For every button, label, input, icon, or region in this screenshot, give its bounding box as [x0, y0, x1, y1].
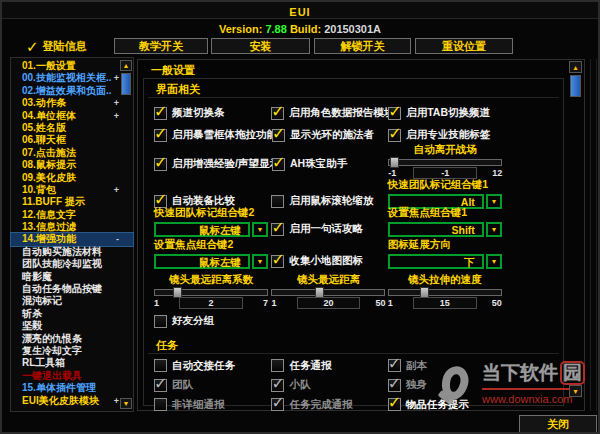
checkbox[interactable]: [154, 398, 167, 411]
dropdown[interactable]: 下: [388, 254, 484, 269]
sidebar-item[interactable]: 坚毅: [11, 320, 133, 332]
checkbox[interactable]: ✓: [388, 398, 401, 411]
sidebar-item[interactable]: 14.增强功能-: [11, 233, 133, 245]
sidebar-scrollbar-thumb[interactable]: [121, 73, 131, 95]
checkbox[interactable]: [271, 195, 284, 208]
checkbox[interactable]: ✓: [271, 379, 284, 392]
checkbox-item[interactable]: ✓副本: [388, 359, 561, 376]
checkbox-item[interactable]: ✓启用增强经验/声望显示: [154, 157, 272, 181]
slider-track[interactable]: [388, 289, 502, 296]
sidebar-item[interactable]: RL工具箱: [11, 357, 133, 369]
toolbar-button-4[interactable]: 重设位置: [415, 38, 513, 54]
checkbox-item[interactable]: ✓团队: [154, 378, 271, 395]
chevron-down-icon[interactable]: ▼: [252, 222, 268, 237]
checkbox[interactable]: ✓: [271, 255, 284, 268]
checkbox[interactable]: ✓: [154, 379, 167, 392]
sidebar-item[interactable]: 11.BUFF 提示: [11, 196, 133, 208]
checkbox[interactable]: [154, 315, 167, 328]
login-info-checkbox[interactable]: ✓ 登陆信息: [26, 39, 87, 54]
checkbox-item[interactable]: ✓小队: [271, 378, 387, 395]
dropdown[interactable]: 鼠标左键: [154, 222, 250, 237]
checkbox[interactable]: ✓: [154, 129, 167, 142]
main-scrollbar-thumb[interactable]: [570, 75, 581, 97]
dropdown[interactable]: Shift: [388, 222, 484, 237]
checkbox[interactable]: ✓: [388, 379, 401, 392]
slider-track[interactable]: [271, 289, 385, 296]
expand-icon[interactable]: +: [114, 110, 119, 122]
collapse-icon[interactable]: -: [116, 233, 119, 245]
main-scroll-down-icon[interactable]: ▼: [569, 385, 582, 397]
checkbox-item[interactable]: ✓任务完成通报: [271, 398, 387, 415]
sidebar-item[interactable]: 漂亮的仇恨条: [11, 333, 133, 345]
sidebar-item[interactable]: 03.动作条+: [11, 97, 133, 109]
checkbox[interactable]: ✓: [154, 107, 167, 120]
checkbox[interactable]: [154, 359, 167, 372]
checkbox[interactable]: ✓: [388, 359, 401, 372]
sidebar-item[interactable]: 02.增益效果和负面..: [11, 85, 133, 97]
sidebar-item[interactable]: 暗影魔: [11, 271, 133, 283]
checkbox-item[interactable]: ✓频道切换条: [154, 106, 271, 123]
sidebar-item[interactable]: 09.美化皮肤: [11, 172, 133, 184]
expand-icon[interactable]: +: [114, 97, 119, 109]
checkbox[interactable]: [271, 359, 284, 372]
checkbox-item[interactable]: 任务通报: [271, 359, 387, 376]
sidebar-item[interactable]: 05.姓名版: [11, 122, 133, 134]
slider-track[interactable]: [154, 289, 268, 296]
expand-icon[interactable]: +: [114, 72, 119, 84]
toolbar-button-2[interactable]: 安装: [211, 38, 310, 54]
sidebar-item[interactable]: 08.鼠标提示: [11, 159, 133, 171]
chevron-down-icon[interactable]: ▼: [252, 254, 268, 269]
sidebar-item[interactable]: 04.单位框体+: [11, 110, 133, 122]
sidebar-item[interactable]: 自动购买施法材料: [11, 246, 133, 258]
checkbox[interactable]: ✓: [388, 129, 401, 142]
sidebar-item[interactable]: 一键退出载具: [11, 370, 133, 382]
checkbox[interactable]: ✓: [271, 398, 284, 411]
checkbox-item[interactable]: 好友分组: [154, 314, 272, 331]
checkbox-item[interactable]: ✓启用角色数据报告模块: [271, 106, 388, 123]
close-button[interactable]: 关闭: [519, 415, 597, 433]
sidebar-item[interactable]: 自动任务物品按键: [11, 283, 133, 295]
checkbox-item[interactable]: ✓独身: [388, 378, 561, 395]
checkbox[interactable]: ✓: [271, 107, 284, 120]
sidebar-item[interactable]: EUI美化皮肤模块+: [11, 395, 133, 407]
sidebar-item[interactable]: 混沌标记: [11, 295, 133, 307]
expand-icon[interactable]: +: [114, 184, 119, 196]
sidebar-item[interactable]: 00.技能监视相关框..+: [11, 72, 133, 84]
sidebar-item[interactable]: 06.聊天框: [11, 134, 133, 146]
checkbox-item[interactable]: 启用鼠标滚轮缩放: [271, 194, 387, 211]
checkbox[interactable]: ✓: [154, 158, 167, 171]
sidebar-item[interactable]: 10.背包+: [11, 184, 133, 196]
sidebar-item[interactable]: 15.单体插件管理: [11, 382, 133, 394]
checkbox-item[interactable]: ✓显示光环的施法者: [272, 128, 388, 145]
chevron-down-icon[interactable]: ▼: [486, 254, 502, 269]
chevron-down-icon[interactable]: ▼: [486, 222, 502, 237]
checkbox-item[interactable]: ✓启用TAB切换频道: [388, 106, 561, 123]
main-scroll-up-icon[interactable]: ▲: [569, 61, 582, 73]
dropdown-field: 图标延展方向下▼: [388, 238, 561, 271]
checkbox-item[interactable]: ✓收集小地图图标: [271, 254, 387, 271]
sidebar-item[interactable]: 12.信息文字: [11, 209, 133, 221]
toolbar-button-1[interactable]: 教学开关: [114, 38, 208, 54]
slider-track[interactable]: [388, 159, 502, 166]
sidebar-scroll-down-icon[interactable]: ▼: [120, 398, 132, 409]
checkbox-item[interactable]: 非详细通报: [154, 398, 271, 415]
checkbox[interactable]: ✓: [272, 129, 285, 142]
sidebar-item[interactable]: 复生冷却文字: [11, 345, 133, 357]
checkbox-item[interactable]: ✓启用暴雪框体拖拉功能: [154, 128, 272, 145]
sidebar-item[interactable]: 01.一般设置: [11, 60, 133, 72]
checkbox-item[interactable]: 自动交接任务: [154, 359, 271, 376]
expand-icon[interactable]: +: [114, 395, 119, 407]
sidebar-item[interactable]: 07.点击施法: [11, 147, 133, 159]
sidebar-scroll-up-icon[interactable]: ▲: [120, 60, 132, 71]
dropdown[interactable]: 鼠标左键: [154, 254, 250, 269]
checkbox[interactable]: ✓: [271, 223, 284, 236]
checkbox-item[interactable]: ✓物品任务提示: [388, 398, 561, 415]
sidebar-item[interactable]: 斩杀: [11, 308, 133, 320]
checkbox[interactable]: ✓: [388, 107, 401, 120]
checkbox-item[interactable]: ✓启用一句话攻略: [271, 222, 387, 239]
checkbox[interactable]: ✓: [272, 158, 285, 171]
sidebar-item[interactable]: 13.信息过滤: [11, 221, 133, 233]
toolbar-button-3[interactable]: 解锁开关: [314, 38, 411, 54]
sidebar-item[interactable]: 团队技能冷却监视: [11, 258, 133, 270]
checkbox-item[interactable]: ✓AH珠宝助手: [272, 157, 388, 181]
